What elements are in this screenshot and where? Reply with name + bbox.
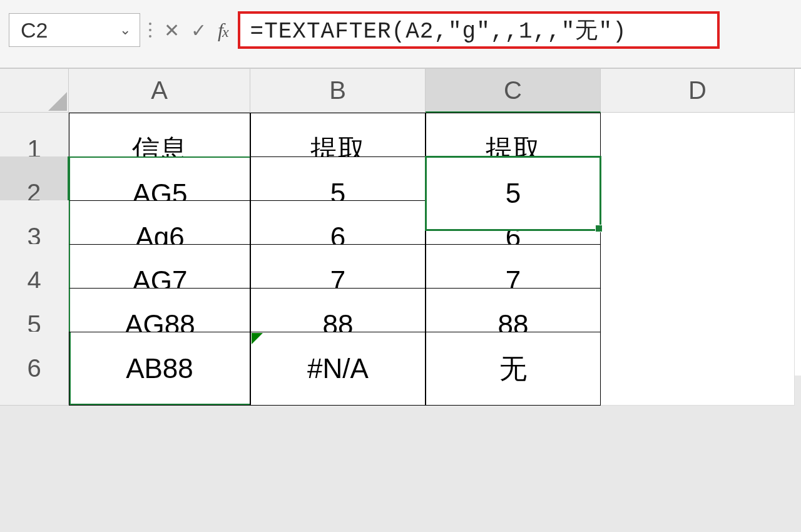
confirm-icon[interactable]: ✓ xyxy=(191,19,207,41)
divider-icon xyxy=(149,23,151,38)
row-header-6[interactable]: 6 xyxy=(0,332,69,406)
fx-icon[interactable]: fx xyxy=(218,19,228,42)
formula-controls: ✕ ✓ fx xyxy=(160,19,232,42)
col-header-c[interactable]: C xyxy=(426,69,601,113)
formula-text: =TEXTAFTER(A2,"g",,1,,"无") xyxy=(250,15,627,46)
formula-bar: C2 ⌄ ✕ ✓ fx =TEXTAFTER(A2,"g",,1,,"无") xyxy=(0,0,801,68)
spreadsheet-grid[interactable]: A B C D 1 信息 提取 提取 2 AG5 5 5 3 Ag6 6 6 4… xyxy=(0,68,801,376)
col-header-d[interactable]: D xyxy=(601,69,795,113)
cell-d6[interactable] xyxy=(601,332,795,406)
col-header-a[interactable]: A xyxy=(69,69,250,113)
col-header-b[interactable]: B xyxy=(250,69,426,113)
cell-c6[interactable]: 无 xyxy=(426,332,601,406)
name-box-value: C2 xyxy=(21,18,48,43)
select-all-corner[interactable] xyxy=(0,69,69,113)
cancel-icon[interactable]: ✕ xyxy=(164,19,180,41)
cell-c2[interactable]: 5 xyxy=(426,156,601,230)
chevron-down-icon[interactable]: ⌄ xyxy=(120,22,131,38)
cell-b6[interactable]: #N/A xyxy=(250,332,426,406)
cell-a6[interactable]: AB88 xyxy=(69,332,250,406)
name-box[interactable]: C2 ⌄ xyxy=(9,13,140,47)
formula-input[interactable]: =TEXTAFTER(A2,"g",,1,,"无") xyxy=(238,11,720,49)
